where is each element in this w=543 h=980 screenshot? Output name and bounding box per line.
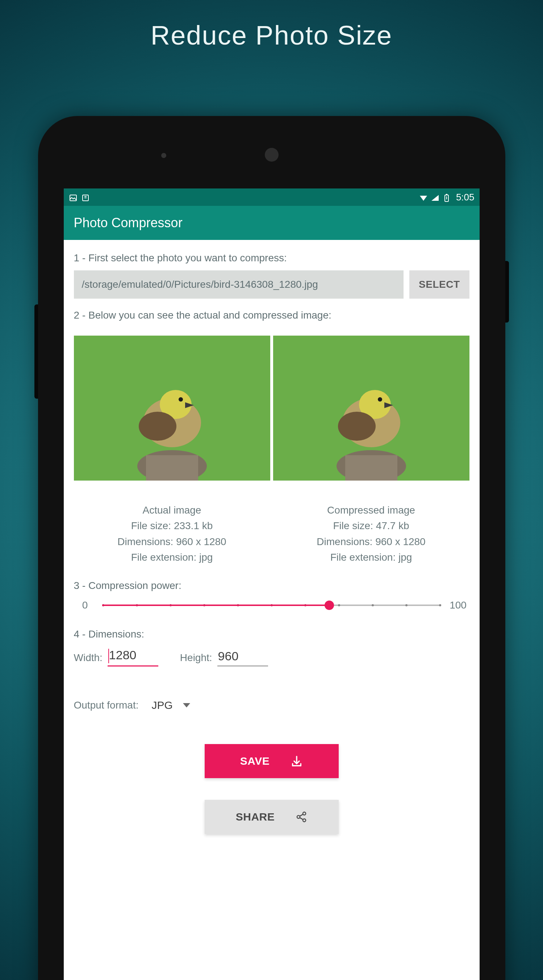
svg-line-22 xyxy=(300,814,303,816)
step2-label: 2 - Below you can see the actual and com… xyxy=(74,310,470,321)
chevron-down-icon xyxy=(183,703,190,708)
share-button[interactable]: SHARE xyxy=(205,800,339,834)
phone-frame: 5:05 Photo Compressor 1 - First select t… xyxy=(38,116,505,980)
battery-icon xyxy=(442,194,451,201)
phone-volume-button xyxy=(35,304,38,399)
actual-title: Actual image xyxy=(74,502,270,518)
status-time: 5:05 xyxy=(456,192,475,203)
save-label: SAVE xyxy=(240,755,270,767)
height-input[interactable]: 960 xyxy=(218,648,268,667)
select-button[interactable]: SELECT xyxy=(409,270,469,299)
svg-point-18 xyxy=(378,397,382,402)
image-icon xyxy=(69,194,78,201)
svg-rect-14 xyxy=(345,455,397,480)
compressed-title: Compressed image xyxy=(273,502,470,518)
actual-ext: File extension: jpg xyxy=(74,549,270,565)
width-label: Width: xyxy=(74,652,103,667)
actual-dims: Dimensions: 960 x 1280 xyxy=(74,534,270,549)
status-bar: 5:05 xyxy=(64,188,479,206)
compressed-image-preview xyxy=(273,336,470,480)
compressed-ext: File extension: jpg xyxy=(273,549,470,565)
app-title: Photo Compressor xyxy=(74,215,183,231)
svg-rect-6 xyxy=(146,455,198,480)
share-icon xyxy=(295,811,307,823)
hero-title: Reduce Photo Size xyxy=(0,0,543,51)
slider-fill xyxy=(102,605,329,606)
actual-image-meta: Actual image File size: 233.1 kb Dimensi… xyxy=(74,502,270,565)
app-bar: Photo Compressor xyxy=(64,206,479,240)
slider-max: 100 xyxy=(449,600,467,611)
compressed-dims: Dimensions: 960 x 1280 xyxy=(273,534,470,549)
phone-power-button xyxy=(505,261,509,323)
file-path-field[interactable]: /storage/emulated/0/Pictures/bird-314630… xyxy=(74,270,404,299)
actual-image-preview xyxy=(74,336,270,480)
output-format-label: Output format: xyxy=(74,700,139,711)
compressed-size: File size: 47.7 kb xyxy=(273,518,470,533)
phone-speaker xyxy=(265,148,279,162)
download-icon xyxy=(291,755,303,767)
share-label: SHARE xyxy=(236,811,275,823)
compression-slider[interactable] xyxy=(102,598,441,612)
actual-size: File size: 233.1 kb xyxy=(74,518,270,533)
compressed-image-meta: Compressed image File size: 47.7 kb Dime… xyxy=(273,502,470,565)
slider-min: 0 xyxy=(76,600,94,611)
svg-point-21 xyxy=(303,819,306,822)
content[interactable]: 1 - First select the photo you want to c… xyxy=(64,240,479,980)
svg-point-19 xyxy=(303,812,306,815)
app-icon xyxy=(81,194,90,201)
svg-point-9 xyxy=(139,412,176,441)
signal-icon xyxy=(431,194,440,201)
phone-sensor xyxy=(161,153,166,158)
width-input[interactable]: 1280 xyxy=(108,647,158,667)
slider-thumb[interactable] xyxy=(325,601,334,610)
step4-label: 4 - Dimensions: xyxy=(74,628,470,640)
save-button[interactable]: SAVE xyxy=(205,744,339,778)
svg-point-17 xyxy=(338,412,376,441)
wifi-icon xyxy=(419,194,428,201)
output-format-select[interactable]: JPG xyxy=(149,695,192,715)
output-format-value: JPG xyxy=(151,699,172,711)
svg-point-20 xyxy=(297,815,300,818)
svg-line-23 xyxy=(300,818,303,819)
height-label: Height: xyxy=(180,652,212,667)
step3-label: 3 - Compression power: xyxy=(74,580,470,592)
svg-point-10 xyxy=(179,397,183,402)
step1-label: 1 - First select the photo you want to c… xyxy=(74,252,470,264)
screen: 5:05 Photo Compressor 1 - First select t… xyxy=(64,188,479,980)
